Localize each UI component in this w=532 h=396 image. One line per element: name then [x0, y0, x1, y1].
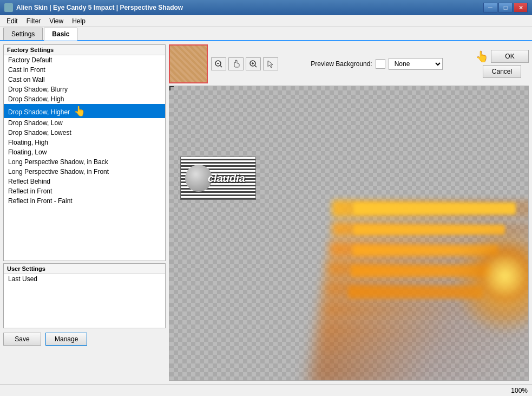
- window-title: Alien Skin | Eye Candy 5 Impact | Perspe…: [16, 4, 483, 11]
- list-item-last-used[interactable]: Last Used: [4, 274, 165, 284]
- preview-bg-label: Preview Background:: [311, 60, 372, 68]
- zoom-level: 100%: [511, 387, 528, 394]
- cursor-arrow-icon: 👆: [74, 105, 86, 117]
- list-item-cast-wall[interactable]: Cast on Wall: [4, 75, 165, 85]
- manage-button[interactable]: Manage: [45, 333, 87, 346]
- zoom-out-button[interactable]: [211, 57, 226, 70]
- svg-line-6: [255, 66, 257, 67]
- shadow-effect-layers: [169, 86, 528, 380]
- maximize-button[interactable]: □: [498, 3, 513, 12]
- list-item-reflect-behind[interactable]: Reflect Behind: [4, 177, 165, 186]
- pointer-tool-button[interactable]: [263, 57, 278, 70]
- factory-settings-box: Factory Settings Factory Default Cast in…: [3, 44, 166, 261]
- hand-tool-button[interactable]: [228, 57, 244, 70]
- list-item-floating-high[interactable]: Floating, High: [4, 138, 165, 147]
- zoom-in-button[interactable]: [246, 57, 261, 70]
- save-manage-row: Save Manage: [3, 330, 166, 348]
- thumbnail-preview: [169, 44, 208, 83]
- menu-help[interactable]: Help: [68, 16, 90, 26]
- app-icon: [4, 3, 13, 12]
- ok-button[interactable]: OK: [491, 50, 529, 63]
- list-item-drop-blurry[interactable]: Drop Shadow, Blurry: [4, 85, 165, 94]
- svg-line-2: [220, 66, 222, 67]
- ok-cancel-section: 👆 OK Cancel: [475, 50, 529, 78]
- title-bar: Alien Skin | Eye Candy 5 Impact | Perspe…: [0, 0, 532, 15]
- settings-list-container[interactable]: Factory Default Cast in Front Cast on Wa…: [4, 55, 165, 261]
- list-item-drop-high[interactable]: Drop Shadow, High: [4, 94, 165, 104]
- minimize-button[interactable]: ─: [483, 3, 497, 12]
- thumbnail-image: [170, 46, 207, 82]
- shadow-band-10: [310, 372, 529, 381]
- main-content: Factory Settings Factory Default Cast in…: [0, 41, 532, 384]
- tab-basic[interactable]: Basic: [44, 28, 77, 41]
- menu-view[interactable]: View: [45, 16, 68, 26]
- close-button[interactable]: ✕: [514, 3, 528, 12]
- window-controls: ─ □ ✕: [483, 3, 528, 12]
- tabs-bar: Settings Basic: [0, 27, 532, 41]
- preview-bg-select[interactable]: None White Black Custom: [389, 58, 443, 70]
- right-panel: Preview Background: None White Black Cus…: [169, 44, 529, 381]
- zoom-in-icon: [249, 60, 258, 68]
- status-bar: 100%: [0, 384, 532, 396]
- menu-bar: Edit Filter View Help: [0, 15, 532, 27]
- left-panel: Factory Settings Factory Default Cast in…: [3, 44, 166, 381]
- settings-list: Factory Default Cast in Front Cast on Wa…: [4, 55, 165, 206]
- tab-settings[interactable]: Settings: [3, 28, 43, 40]
- top-row: Preview Background: None White Black Cus…: [169, 44, 529, 83]
- hand-icon: [232, 60, 240, 68]
- list-item-reflect-faint[interactable]: Reflect in Front - Faint: [4, 196, 165, 206]
- list-item-long-front[interactable]: Long Perspective Shadow, in Front: [4, 167, 165, 177]
- factory-settings-title: Factory Settings: [4, 45, 165, 55]
- list-item-floating-low[interactable]: Floating, Low: [4, 147, 165, 157]
- menu-edit[interactable]: Edit: [2, 16, 22, 26]
- preview-bg-swatch: [376, 59, 385, 69]
- shadow-core-1: [353, 203, 516, 215]
- list-item-drop-lowest[interactable]: Drop Shadow, Lowest: [4, 128, 165, 138]
- cancel-button[interactable]: Cancel: [483, 65, 521, 78]
- user-settings-box: User Settings Last Used: [3, 263, 166, 328]
- pointer-icon: [266, 60, 275, 68]
- save-button[interactable]: Save: [3, 333, 41, 346]
- list-item-drop-low[interactable]: Drop Shadow, Low: [4, 118, 165, 128]
- list-item-cast-front[interactable]: Cast in Front: [4, 65, 165, 75]
- list-item-reflect-front[interactable]: Reflect in Front: [4, 186, 165, 196]
- user-settings-title: User Settings: [4, 264, 165, 274]
- list-item-drop-higher[interactable]: Drop Shadow, Higher 👆: [4, 104, 165, 118]
- user-settings-list: Last Used: [4, 274, 165, 328]
- zoom-out-icon: [214, 60, 223, 68]
- toolbar-icons: [211, 57, 278, 70]
- preview-canvas: claudia: [169, 86, 529, 381]
- menu-filter[interactable]: Filter: [22, 16, 45, 26]
- preview-bg-row: Preview Background: None White Black Cus…: [311, 58, 442, 70]
- list-item-long-back[interactable]: Long Perspective Shadow, in Back: [4, 157, 165, 167]
- ok-cursor-icon: 👆: [475, 50, 489, 63]
- list-item-factory-default[interactable]: Factory Default: [4, 55, 165, 65]
